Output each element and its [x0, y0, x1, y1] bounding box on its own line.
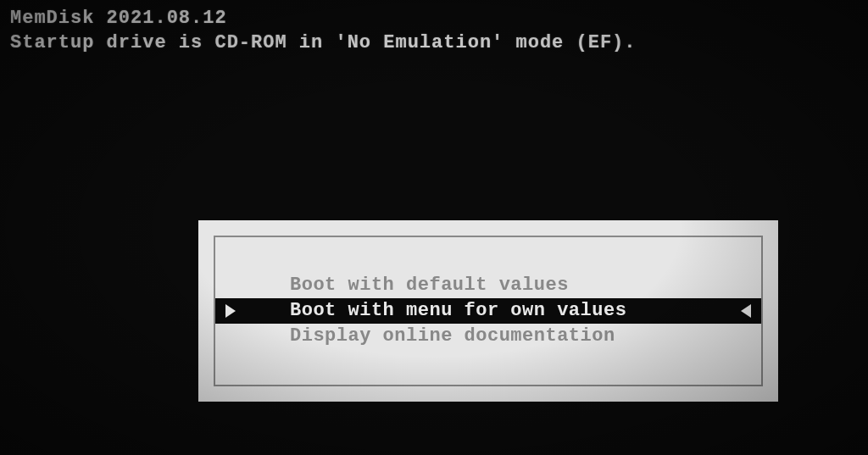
header-line-1: MemDisk 2021.08.12 [10, 7, 637, 31]
boot-menu-box: Boot with default values Boot with menu … [198, 220, 778, 402]
boot-menu-inner: Boot with default values Boot with menu … [214, 236, 763, 386]
menu-item-label: Boot with menu for own values [290, 300, 626, 321]
menu-item-boot-default[interactable]: Boot with default values [215, 273, 761, 298]
menu-item-label: Display online documentation [290, 325, 615, 347]
menu-item-boot-own-values[interactable]: Boot with menu for own values [215, 298, 761, 324]
header-line-2: Startup drive is CD-ROM in 'No Emulation… [10, 31, 637, 56]
boot-header: MemDisk 2021.08.12 Startup drive is CD-R… [10, 7, 637, 55]
menu-item-label: Boot with default values [290, 275, 569, 296]
menu-item-display-docs[interactable]: Display online documentation [215, 324, 761, 349]
